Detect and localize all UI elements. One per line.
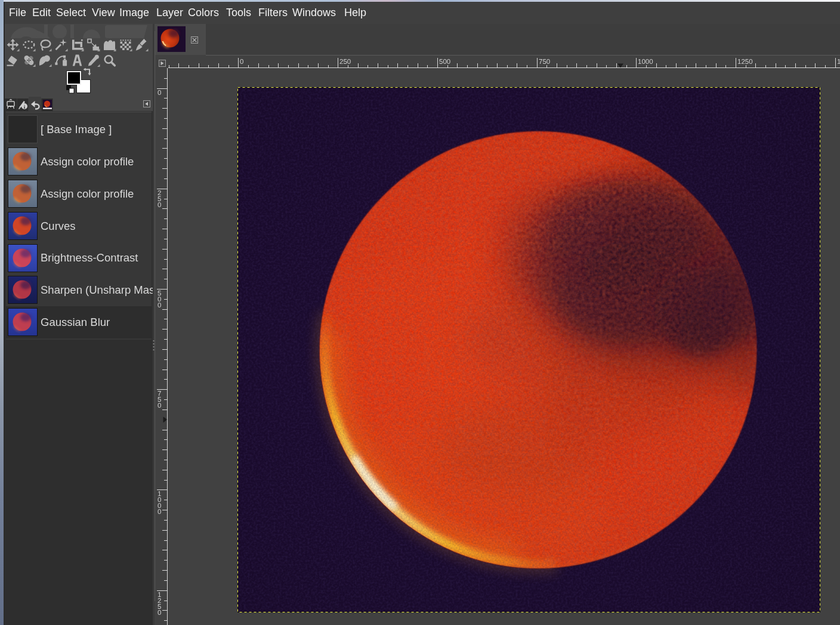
svg-text:0: 0 <box>158 402 161 410</box>
svg-text:0: 0 <box>158 609 161 617</box>
svg-text:750: 750 <box>539 59 550 66</box>
svg-text:1000: 1000 <box>638 59 653 66</box>
svg-text:0: 0 <box>158 90 161 97</box>
svg-text:250: 250 <box>339 59 351 66</box>
svg-text:1500: 1500 <box>837 59 840 66</box>
svg-text:0: 0 <box>240 59 243 66</box>
svg-text:0: 0 <box>158 302 161 309</box>
svg-text:1250: 1250 <box>737 59 753 66</box>
svg-text:500: 500 <box>439 59 450 66</box>
svg-text:0: 0 <box>158 202 161 209</box>
svg-text:0: 0 <box>158 509 161 516</box>
